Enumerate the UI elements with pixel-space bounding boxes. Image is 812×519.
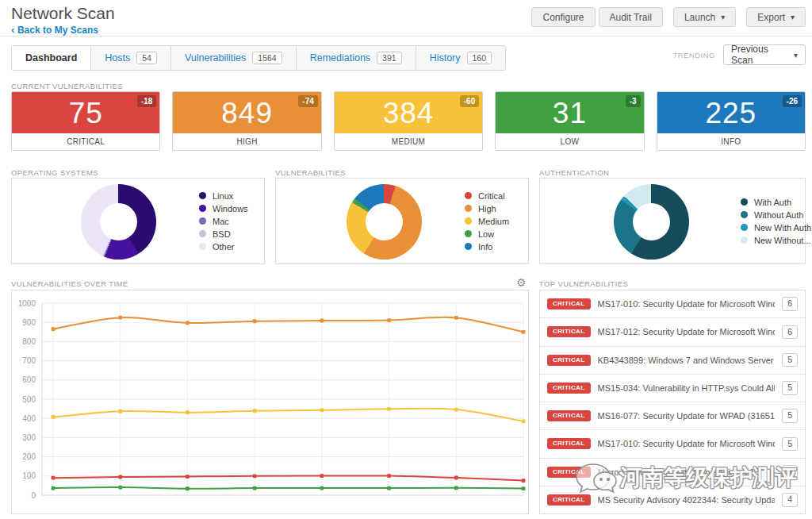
audit-trail-button[interactable]: Audit Trail xyxy=(599,7,663,27)
svg-text:1000: 1000 xyxy=(18,299,36,308)
severity-badge: CRITICAL xyxy=(547,494,591,506)
authentication-legend: With AuthWithout AuthNew With AuthNew Wi… xyxy=(741,179,811,263)
vulnerability-title: Microsoft Malware Protection Engine < 1.… xyxy=(598,467,776,477)
top-vulnerability-row[interactable]: CRITICALMS Security Advisory 4022344: Se… xyxy=(540,486,805,513)
delta-badge: -3 xyxy=(626,95,641,107)
vulnerability-count-badge: 4 xyxy=(782,493,798,507)
legend-label: Low xyxy=(478,229,494,239)
tab-count-badge: 160 xyxy=(467,52,492,65)
section-label-authentication: AUTHENTICATION xyxy=(539,168,609,177)
card-value: 31 xyxy=(553,98,587,128)
severity-badge: CRITICAL xyxy=(547,355,591,366)
legend-label: New Without... xyxy=(754,236,811,245)
section-label-operating-systems: OPERATING SYSTEMS xyxy=(11,168,98,177)
back-to-my-scans-link[interactable]: Back to My Scans xyxy=(11,24,98,36)
gear-icon[interactable] xyxy=(516,276,527,289)
severity-badge: CRITICAL xyxy=(547,438,591,449)
top-vulnerability-row[interactable]: CRITICALMS16-077: Security Update for WP… xyxy=(540,402,805,430)
tab-dashboard[interactable]: Dashboard xyxy=(12,46,91,70)
svg-text:400: 400 xyxy=(22,414,36,423)
legend-label: New With Auth xyxy=(754,223,811,233)
card-high: 849 -74 HIGH xyxy=(172,91,321,151)
legend-dot-icon xyxy=(199,230,206,237)
card-critical: 75 -18 CRITICAL xyxy=(11,91,160,151)
card-value: 849 xyxy=(221,98,273,128)
vulnerability-title: MS17-010: Security Update for Microsoft … xyxy=(598,439,776,448)
top-vulnerability-row[interactable]: CRITICALMS17-010: Security Update for Mi… xyxy=(540,430,805,458)
vulnerability-count-badge: 5 xyxy=(782,353,798,367)
svg-text:800: 800 xyxy=(22,337,36,346)
top-vulnerability-row[interactable]: CRITICALMS17-010: Security Update for Mi… xyxy=(540,290,805,318)
trending-select[interactable]: Previous Scan xyxy=(723,44,806,65)
card-medium: 384 -60 MEDIUM xyxy=(334,91,483,151)
top-vulnerability-row[interactable]: CRITICALMicrosoft Malware Protection Eng… xyxy=(540,459,805,486)
legend-item: Low xyxy=(465,228,509,240)
legend-dot-icon xyxy=(199,205,206,212)
series-critical xyxy=(53,475,523,480)
legend-item: High xyxy=(465,202,509,215)
delta-badge: -18 xyxy=(137,95,156,107)
legend-item: With Auth xyxy=(741,196,811,209)
series-low xyxy=(53,487,523,489)
legend-label: Mac xyxy=(213,217,229,226)
tab-remediations[interactable]: Remediations391 xyxy=(297,46,416,70)
legend-dot-icon xyxy=(741,211,748,218)
back-chevron-icon xyxy=(11,25,17,36)
severity-badge: CRITICAL xyxy=(547,298,591,309)
legend-label: Critical xyxy=(478,191,505,201)
card-value: 225 xyxy=(705,98,756,128)
legend-item: New Without... xyxy=(741,234,811,247)
tab-history[interactable]: History160 xyxy=(416,46,505,70)
vulnerability-title: MS17-012: Security Update for Microsoft … xyxy=(598,327,776,336)
top-vulnerability-row[interactable]: CRITICALKB4343899: Windows 7 and Windows… xyxy=(540,347,805,375)
legend-dot-icon xyxy=(465,230,472,237)
export-button[interactable]: Export xyxy=(746,7,806,27)
legend-label: Linux xyxy=(213,191,233,201)
trending-control: TRENDING Previous Scan xyxy=(672,44,806,65)
legend-dot-icon xyxy=(199,243,206,250)
donut-hole xyxy=(366,203,403,240)
card-value: 384 xyxy=(383,98,435,128)
header-divider xyxy=(0,36,812,37)
tab-hosts[interactable]: Hosts54 xyxy=(91,46,171,70)
vulnerability-title: MS17-010: Security Update for Microsoft … xyxy=(598,299,776,309)
section-label-top-vulnerabilities: TOP VULNERABILITIES xyxy=(539,279,628,288)
delta-badge: -26 xyxy=(783,95,802,107)
operating-systems-legend: LinuxWindowsMacBSDOther xyxy=(199,179,248,263)
tab-count-badge: 54 xyxy=(136,52,157,65)
tab-count-badge: 391 xyxy=(377,52,402,65)
operating-systems-donut-chart xyxy=(81,184,156,260)
configure-button[interactable]: Configure xyxy=(531,7,595,27)
svg-text:300: 300 xyxy=(22,433,36,442)
legend-dot-icon xyxy=(465,205,472,212)
top-vulnerability-row[interactable]: CRITICALMS17-012: Security Update for Mi… xyxy=(540,318,805,346)
top-vulnerability-row[interactable]: CRITICALMS15-034: Vulnerability in HTTP.… xyxy=(540,375,805,402)
top-vulnerabilities-panel: CRITICALMS17-010: Security Update for Mi… xyxy=(539,290,806,514)
card-info: 225 -26 INFO xyxy=(657,91,806,151)
legend-item: BSD xyxy=(199,228,248,240)
vulnerabilities-legend: CriticalHighMediumLowInfo xyxy=(465,179,509,263)
severity-badge: CRITICAL xyxy=(547,410,591,421)
legend-dot-icon xyxy=(465,217,472,225)
section-label-current-vulnerabilities: CURRENT VULNERABILITIES xyxy=(11,82,123,90)
vulnerability-count-badge: 6 xyxy=(782,325,798,340)
vulnerability-title: MS16-077: Security Update for WPAD (3165… xyxy=(598,411,776,421)
series-high xyxy=(53,317,523,333)
svg-text:100: 100 xyxy=(22,471,36,480)
card-label: HIGH xyxy=(173,133,320,150)
tab-bar: Dashboard Hosts54 Vulnerabilities1564 Re… xyxy=(11,45,506,71)
card-label: MEDIUM xyxy=(335,133,482,150)
legend-label: High xyxy=(478,204,496,213)
donut-hole xyxy=(100,203,137,240)
severity-badge: CRITICAL xyxy=(547,467,591,478)
series-medium xyxy=(53,409,523,421)
legend-item: Linux xyxy=(199,190,248,202)
donut-hole xyxy=(633,203,670,240)
delta-badge: -60 xyxy=(460,95,479,107)
tab-vulnerabilities[interactable]: Vulnerabilities1564 xyxy=(171,46,297,70)
vulnerability-title: MS15-034: Vulnerability in HTTP.sys Coul… xyxy=(598,383,776,393)
launch-button[interactable]: Launch xyxy=(673,7,736,27)
legend-item: Mac xyxy=(199,215,248,228)
delta-badge: -74 xyxy=(298,95,317,107)
legend-label: Other xyxy=(213,242,235,252)
